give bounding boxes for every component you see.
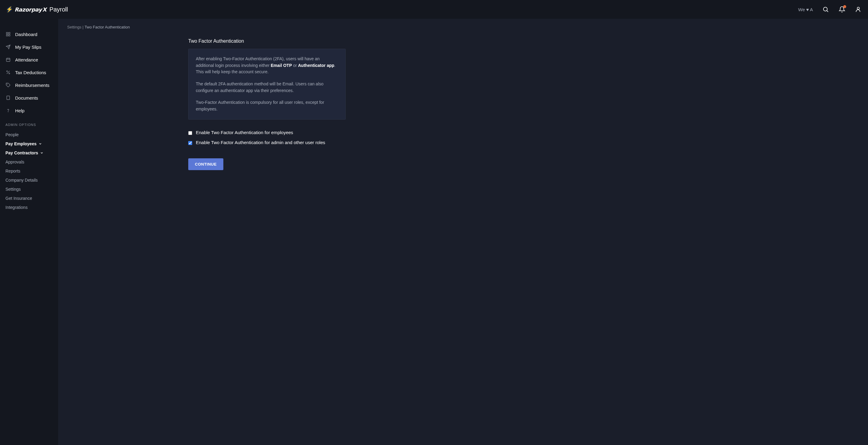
logo-brand-prefix: Razorpay bbox=[14, 6, 42, 13]
grid-icon bbox=[5, 31, 11, 37]
admin-link-label: Integrations bbox=[5, 205, 28, 210]
checkbox-options: Enable Two Factor Authentication for emp… bbox=[188, 130, 346, 145]
continue-button[interactable]: CONTINUE bbox=[188, 158, 223, 170]
svg-point-12 bbox=[7, 71, 7, 72]
calendar-icon bbox=[5, 57, 11, 62]
checkbox-label: Enable Two Factor Authentication for emp… bbox=[196, 130, 293, 135]
breadcrumb: Settings | Two Factor Authentication bbox=[67, 25, 859, 29]
admin-link-label: People bbox=[5, 132, 19, 137]
user-icon bbox=[855, 6, 862, 13]
admin-link-label: Get Insurance bbox=[5, 196, 32, 201]
svg-line-1 bbox=[827, 10, 828, 12]
svg-point-13 bbox=[9, 73, 10, 74]
info-paragraph-1: After enabling Two-Factor Authentication… bbox=[196, 56, 338, 76]
logo[interactable]: ⚡ RazorpayX Payroll bbox=[6, 6, 68, 13]
document-icon bbox=[5, 95, 11, 100]
page-title: Two Factor Authentication bbox=[188, 38, 346, 44]
help-icon bbox=[5, 108, 11, 113]
sidebar-item-label: Help bbox=[15, 108, 25, 113]
breadcrumb-current: Two Factor Authentication bbox=[85, 25, 130, 29]
info-strong: Authenticator app bbox=[298, 63, 334, 68]
notifications-button[interactable] bbox=[838, 6, 846, 13]
chevron-down-icon bbox=[40, 151, 43, 155]
admin-link-label: Pay Contractors bbox=[5, 150, 38, 155]
svg-point-2 bbox=[857, 7, 859, 9]
send-icon bbox=[5, 44, 11, 50]
svg-rect-4 bbox=[8, 32, 10, 34]
svg-rect-7 bbox=[6, 58, 10, 61]
admin-link-label: Reports bbox=[5, 169, 20, 174]
sidebar-item-label: Reimbursements bbox=[15, 83, 49, 88]
app-header: ⚡ RazorpayX Payroll We ♥ A bbox=[0, 0, 868, 19]
info-text: or bbox=[292, 63, 298, 68]
chevron-down-icon bbox=[38, 142, 42, 146]
admin-header: ADMIN OPTIONS bbox=[5, 123, 53, 126]
checkbox-label: Enable Two Factor Authentication for adm… bbox=[196, 140, 325, 145]
sidebar: Dashboard My Pay Slips Attendance Tax De… bbox=[0, 19, 58, 445]
svg-rect-15 bbox=[7, 96, 9, 99]
logo-product: Payroll bbox=[49, 6, 68, 13]
sidebar-item-documents[interactable]: Documents bbox=[0, 91, 58, 104]
bolt-icon: ⚡ bbox=[6, 6, 13, 13]
svg-rect-3 bbox=[6, 32, 8, 34]
logo-brand: RazorpayX bbox=[14, 6, 46, 13]
search-icon bbox=[822, 6, 829, 13]
admin-link-label: Approvals bbox=[5, 159, 24, 165]
admin-link-people[interactable]: People bbox=[5, 130, 53, 139]
admin-link-reports[interactable]: Reports bbox=[5, 167, 53, 176]
checkbox-enable-admin[interactable]: Enable Two Factor Authentication for adm… bbox=[188, 140, 346, 145]
svg-rect-6 bbox=[8, 34, 10, 36]
sidebar-item-tax-deductions[interactable]: Tax Deductions bbox=[0, 66, 58, 79]
info-paragraph-2: The default 2FA authentication method wi… bbox=[196, 81, 338, 94]
sidebar-item-reimbursements[interactable]: Reimbursements bbox=[0, 79, 58, 91]
checkbox-enable-employees[interactable]: Enable Two Factor Authentication for emp… bbox=[188, 130, 346, 135]
admin-link-label: Settings bbox=[5, 187, 21, 191]
checkbox-input[interactable] bbox=[188, 141, 192, 145]
profile-button[interactable] bbox=[855, 6, 862, 13]
sidebar-item-attendance[interactable]: Attendance bbox=[0, 53, 58, 66]
tag-icon bbox=[5, 82, 11, 88]
tagline: We ♥ A bbox=[798, 7, 813, 12]
info-card: After enabling Two-Factor Authentication… bbox=[188, 49, 346, 120]
main-content: Settings | Two Factor Authentication Two… bbox=[58, 19, 868, 445]
svg-line-11 bbox=[7, 71, 9, 73]
breadcrumb-root[interactable]: Settings bbox=[67, 25, 82, 29]
heart-icon: ♥ bbox=[806, 7, 809, 12]
svg-point-16 bbox=[8, 111, 8, 112]
admin-section: ADMIN OPTIONS People Pay Employees Pay C… bbox=[0, 117, 58, 212]
sidebar-item-help[interactable]: Help bbox=[0, 104, 58, 117]
sidebar-item-pay-slips[interactable]: My Pay Slips bbox=[0, 40, 58, 53]
sidebar-item-label: Documents bbox=[15, 95, 38, 100]
sidebar-item-label: Attendance bbox=[15, 57, 38, 62]
search-button[interactable] bbox=[822, 6, 829, 13]
admin-link-approvals[interactable]: Approvals bbox=[5, 157, 53, 167]
info-strong: Email OTP bbox=[271, 63, 292, 68]
admin-link-company-details[interactable]: Company Details bbox=[5, 176, 53, 185]
svg-point-0 bbox=[824, 7, 828, 11]
logo-brand-x: X bbox=[42, 6, 46, 13]
svg-point-14 bbox=[7, 84, 7, 84]
sidebar-item-label: Tax Deductions bbox=[15, 70, 46, 75]
admin-link-label: Company Details bbox=[5, 178, 38, 182]
info-paragraph-3: Two-Factor Authentication is compulsory … bbox=[196, 99, 338, 112]
sidebar-item-label: Dashboard bbox=[15, 32, 37, 37]
admin-link-settings[interactable]: Settings bbox=[5, 185, 53, 194]
tagline-suffix: A bbox=[810, 7, 813, 12]
admin-link-integrations[interactable]: Integrations bbox=[5, 203, 53, 212]
notification-dot-icon bbox=[843, 5, 846, 8]
admin-link-pay-employees[interactable]: Pay Employees bbox=[5, 139, 53, 148]
percent-icon bbox=[5, 70, 11, 75]
checkbox-input[interactable] bbox=[188, 131, 192, 135]
breadcrumb-separator: | bbox=[83, 25, 84, 29]
tagline-prefix: We bbox=[798, 7, 805, 12]
admin-link-get-insurance[interactable]: Get Insurance bbox=[5, 194, 53, 203]
admin-link-label: Pay Employees bbox=[5, 141, 37, 146]
admin-link-pay-contractors[interactable]: Pay Contractors bbox=[5, 148, 53, 157]
svg-rect-5 bbox=[6, 34, 8, 36]
sidebar-item-label: My Pay Slips bbox=[15, 44, 41, 50]
sidebar-item-dashboard[interactable]: Dashboard bbox=[0, 28, 58, 40]
